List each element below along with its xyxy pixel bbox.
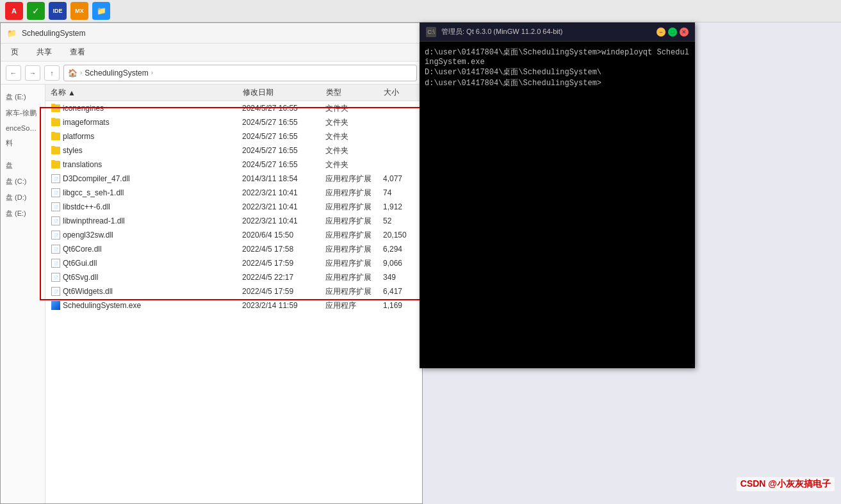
file-date-cell: 2024/5/27 16:55 bbox=[240, 160, 323, 169]
file-type-cell: 应用程序扩展 bbox=[323, 202, 380, 213]
file-date-cell: 2022/4/5 17:58 bbox=[240, 245, 323, 254]
file-name-cell: 📄 libwinpthread-1.dll bbox=[49, 216, 240, 225]
col-name[interactable]: 名称 ▲ bbox=[48, 87, 240, 98]
sidebar-item-source[interactable]: enceSourceC bbox=[1, 122, 45, 134]
sidebar-item-favorites[interactable]: 家车-徐鹏 bbox=[1, 106, 45, 120]
file-name-cell: 📄 Qt6Core.dll bbox=[49, 245, 240, 254]
file-date-cell: 2022/3/21 10:41 bbox=[240, 202, 323, 211]
address-path: SchedulingSystem bbox=[85, 69, 148, 77]
sidebar-item-cdrive[interactable]: 盘 (C:) bbox=[1, 174, 45, 189]
menu-page[interactable]: 页 bbox=[7, 45, 22, 59]
table-row[interactable]: 📄 Qt6Svg.dll 2022/4/5 22:17 应用程序扩展 349 bbox=[45, 270, 422, 284]
address-home-icon: 🏠 bbox=[68, 69, 78, 77]
file-list-content: 名称 ▲ 修改日期 类型 大小 iconengines 2024/5/27 16… bbox=[45, 85, 422, 503]
table-row[interactable]: 📄 libstdc++-6.dll 2022/3/21 10:41 应用程序扩展… bbox=[45, 200, 422, 214]
file-size-cell: 1,169 bbox=[380, 301, 419, 310]
cmd-titlebar: C:\ 管理员: Qt 6.3.0 (MinGW 11.2.0 64-bit) … bbox=[420, 22, 695, 42]
file-name-cell: styles bbox=[49, 146, 240, 155]
antivirus-icon[interactable]: A bbox=[5, 2, 23, 20]
file-type-cell: 应用程序 bbox=[323, 300, 380, 311]
menu-view[interactable]: 查看 bbox=[66, 45, 89, 59]
file-name-cell: platforms bbox=[49, 132, 240, 141]
file-date-cell: 2014/3/11 18:54 bbox=[240, 174, 323, 183]
table-row[interactable]: platforms 2024/5/27 16:55 文件夹 bbox=[45, 129, 422, 143]
minimize-button[interactable]: − bbox=[657, 28, 665, 37]
dll-icon: 📄 bbox=[51, 259, 60, 268]
file-size-cell: 9,066 bbox=[380, 259, 419, 268]
file-date-cell: 2024/5/27 16:55 bbox=[240, 146, 323, 155]
file-type-cell: 应用程序扩展 bbox=[323, 286, 380, 297]
file-size-cell: 1,912 bbox=[380, 202, 419, 211]
file-size-cell: 74 bbox=[380, 188, 419, 197]
col-size[interactable]: 大小 bbox=[381, 87, 420, 98]
table-row[interactable]: styles 2024/5/27 16:55 文件夹 bbox=[45, 143, 422, 158]
file-list: iconengines 2024/5/27 16:55 文件夹 imagefor… bbox=[45, 101, 422, 503]
table-row[interactable]: 📄 D3Dcompiler_47.dll 2014/3/11 18:54 应用程… bbox=[45, 172, 422, 186]
maximize-button[interactable]: □ bbox=[668, 28, 677, 37]
file-size-cell: 4,077 bbox=[380, 174, 419, 183]
dll-icon: 📄 bbox=[51, 287, 60, 296]
menu-share[interactable]: 共享 bbox=[33, 45, 56, 59]
file-explorer-title: SchedulingSystem bbox=[22, 29, 85, 38]
col-type[interactable]: 类型 bbox=[323, 87, 381, 98]
taskbar: A ✓ IDE MX 📁 bbox=[0, 0, 841, 22]
address-bar[interactable]: 🏠 › SchedulingSystem › bbox=[63, 65, 417, 81]
folder-icon bbox=[51, 118, 60, 126]
table-row[interactable]: 📄 Qt6Gui.dll 2022/4/5 17:59 应用程序扩展 9,066 bbox=[45, 256, 422, 270]
file-type-cell: 文件夹 bbox=[323, 103, 380, 114]
sidebar-item-ddrive[interactable]: 盘 (D:) bbox=[1, 190, 45, 205]
explorer-icon[interactable]: 📁 bbox=[92, 2, 110, 20]
sidebar-item-blank bbox=[1, 152, 45, 157]
back-button[interactable]: ← bbox=[6, 65, 21, 81]
ide-icon[interactable]: IDE bbox=[49, 2, 67, 20]
sidebar-item-data[interactable]: 料 bbox=[1, 136, 45, 150]
file-explorer-toolbar: ← → ↑ 🏠 › SchedulingSystem › bbox=[1, 61, 422, 85]
table-row[interactable]: iconengines 2024/5/27 16:55 文件夹 bbox=[45, 101, 422, 115]
checkmark-icon[interactable]: ✓ bbox=[27, 2, 45, 20]
dll-icon: 📄 bbox=[51, 245, 60, 254]
table-row[interactable]: 📄 Qt6Core.dll 2022/4/5 17:58 应用程序扩展 6,29… bbox=[45, 242, 422, 256]
table-row[interactable]: 📄 libgcc_s_seh-1.dll 2022/3/21 10:41 应用程… bbox=[45, 186, 422, 200]
cmd-window: C:\ 管理员: Qt 6.3.0 (MinGW 11.2.0 64-bit) … bbox=[420, 22, 695, 368]
forward-button[interactable]: → bbox=[25, 65, 40, 81]
dll-icon: 📄 bbox=[51, 188, 60, 197]
file-date-cell: 2020/6/4 15:50 bbox=[240, 231, 323, 240]
file-size-cell: 349 bbox=[380, 273, 419, 282]
folder-icon-title: 📁 bbox=[7, 29, 17, 38]
file-date-cell: 2024/5/27 16:55 bbox=[240, 118, 323, 127]
file-date-cell: 2024/5/27 16:55 bbox=[240, 132, 323, 141]
cmd-icon: C:\ bbox=[426, 27, 436, 37]
csdn-watermark: CSDN @小灰灰搞电子 bbox=[737, 477, 835, 491]
file-date-cell: 2023/2/14 11:59 bbox=[240, 301, 323, 310]
table-row[interactable]: 📄 opengl32sw.dll 2020/6/4 15:50 应用程序扩展 2… bbox=[45, 228, 422, 242]
table-row[interactable]: SchedulingSystem.exe 2023/2/14 11:59 应用程… bbox=[45, 298, 422, 313]
table-row[interactable]: 📄 Qt6Widgets.dll 2022/4/5 17:59 应用程序扩展 6… bbox=[45, 284, 422, 298]
table-row[interactable]: translations 2024/5/27 16:55 文件夹 bbox=[45, 158, 422, 172]
file-type-cell: 应用程序扩展 bbox=[323, 230, 380, 241]
folder-icon bbox=[51, 104, 60, 112]
up-button[interactable]: ↑ bbox=[44, 65, 60, 81]
file-name-cell: 📄 libstdc++-6.dll bbox=[49, 202, 240, 211]
dll-icon: 📄 bbox=[51, 231, 60, 240]
sidebar-item-edrive2[interactable]: 盘 (E:) bbox=[1, 206, 45, 221]
cmd-output[interactable]: d:\user\01417804\桌面\SchedulingSystem>win… bbox=[420, 42, 695, 368]
mx-icon[interactable]: MX bbox=[70, 2, 88, 20]
file-type-cell: 文件夹 bbox=[323, 159, 380, 170]
file-explorer-sidebar: 盘 (E:) 家车-徐鹏 enceSourceC 料 盘 盘 (C:) 盘 (D… bbox=[1, 85, 45, 503]
dll-icon: 📄 bbox=[51, 273, 60, 282]
sidebar-item-edrive[interactable]: 盘 (E:) bbox=[1, 90, 45, 104]
close-button[interactable]: ✕ bbox=[680, 28, 689, 37]
table-row[interactable]: imageformats 2024/5/27 16:55 文件夹 bbox=[45, 115, 422, 129]
folder-icon bbox=[51, 133, 60, 140]
folder-icon bbox=[51, 147, 60, 154]
exe-icon bbox=[51, 301, 60, 310]
file-type-cell: 应用程序扩展 bbox=[323, 244, 380, 255]
file-type-cell: 应用程序扩展 bbox=[323, 258, 380, 269]
file-type-cell: 文件夹 bbox=[323, 117, 380, 128]
file-size-cell: 6,417 bbox=[380, 287, 419, 296]
col-date[interactable]: 修改日期 bbox=[240, 87, 323, 98]
file-explorer-menubar: 页 共享 查看 bbox=[1, 44, 422, 61]
table-row[interactable]: 📄 libwinpthread-1.dll 2022/3/21 10:41 应用… bbox=[45, 214, 422, 228]
sidebar-item-disk[interactable]: 盘 bbox=[1, 158, 45, 173]
file-name-cell: 📄 Qt6Svg.dll bbox=[49, 273, 240, 282]
